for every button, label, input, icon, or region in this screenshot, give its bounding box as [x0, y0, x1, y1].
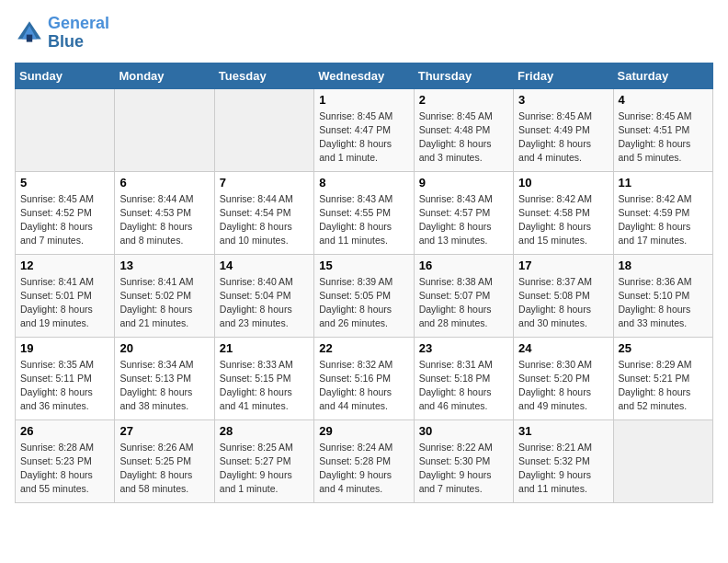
day-detail: Sunrise: 8:39 AM Sunset: 5:05 PM Dayligh… — [319, 275, 408, 331]
calendar-cell: 8Sunrise: 8:43 AM Sunset: 4:55 PM Daylig… — [314, 171, 414, 254]
day-number: 13 — [119, 259, 209, 272]
calendar-cell: 14Sunrise: 8:40 AM Sunset: 5:04 PM Dayli… — [214, 254, 313, 337]
calendar-cell: 26Sunrise: 8:28 AM Sunset: 5:23 PM Dayli… — [16, 419, 115, 502]
day-detail: Sunrise: 8:38 AM Sunset: 5:07 PM Dayligh… — [419, 275, 508, 331]
day-detail: Sunrise: 8:29 AM Sunset: 5:21 PM Dayligh… — [619, 358, 708, 414]
day-detail: Sunrise: 8:24 AM Sunset: 5:28 PM Dayligh… — [319, 441, 408, 497]
day-detail: Sunrise: 8:36 AM Sunset: 5:10 PM Dayligh… — [619, 275, 708, 331]
calendar-cell: 3Sunrise: 8:45 AM Sunset: 4:49 PM Daylig… — [514, 88, 613, 171]
weekday-header-friday: Friday — [514, 63, 613, 88]
day-number: 1 — [319, 93, 408, 107]
day-number: 10 — [518, 176, 608, 190]
day-number: 22 — [319, 341, 408, 355]
day-detail: Sunrise: 8:45 AM Sunset: 4:48 PM Dayligh… — [419, 109, 508, 166]
calendar-cell: 22Sunrise: 8:32 AM Sunset: 5:16 PM Dayli… — [314, 337, 414, 419]
weekday-header-tuesday: Tuesday — [214, 63, 313, 88]
calendar-cell: 19Sunrise: 8:35 AM Sunset: 5:11 PM Dayli… — [16, 337, 115, 419]
calendar-cell: 1Sunrise: 8:45 AM Sunset: 4:47 PM Daylig… — [314, 88, 414, 171]
svg-rect-2 — [27, 34, 32, 41]
weekday-header-sunday: Sunday — [16, 63, 115, 88]
day-number: 11 — [619, 176, 708, 190]
day-detail: Sunrise: 8:31 AM Sunset: 5:18 PM Dayligh… — [419, 358, 508, 414]
day-detail: Sunrise: 8:30 AM Sunset: 5:20 PM Dayligh… — [518, 358, 608, 414]
day-detail: Sunrise: 8:28 AM Sunset: 5:23 PM Dayligh… — [20, 441, 109, 497]
calendar-week-row: 5Sunrise: 8:45 AM Sunset: 4:52 PM Daylig… — [16, 171, 713, 254]
calendar-cell: 11Sunrise: 8:42 AM Sunset: 4:59 PM Dayli… — [613, 171, 712, 254]
calendar-week-row: 19Sunrise: 8:35 AM Sunset: 5:11 PM Dayli… — [16, 337, 713, 419]
day-detail: Sunrise: 8:35 AM Sunset: 5:11 PM Dayligh… — [20, 358, 109, 414]
calendar-cell: 16Sunrise: 8:38 AM Sunset: 5:07 PM Dayli… — [414, 254, 513, 337]
calendar-cell — [613, 419, 712, 502]
day-detail: Sunrise: 8:45 AM Sunset: 4:47 PM Dayligh… — [319, 109, 408, 166]
calendar-cell: 23Sunrise: 8:31 AM Sunset: 5:18 PM Dayli… — [414, 337, 513, 419]
logo-text-line2: Blue — [48, 33, 109, 52]
day-number: 2 — [419, 93, 508, 107]
day-detail: Sunrise: 8:43 AM Sunset: 4:57 PM Dayligh… — [419, 192, 508, 248]
calendar-cell: 21Sunrise: 8:33 AM Sunset: 5:15 PM Dayli… — [214, 337, 313, 419]
page-header: General Blue — [15, 15, 713, 52]
day-detail: Sunrise: 8:25 AM Sunset: 5:27 PM Dayligh… — [220, 441, 309, 497]
day-number: 5 — [20, 176, 109, 190]
day-number: 7 — [220, 176, 309, 190]
day-number: 6 — [119, 176, 209, 190]
day-number: 14 — [220, 259, 309, 272]
calendar-cell: 20Sunrise: 8:34 AM Sunset: 5:13 PM Dayli… — [115, 337, 214, 419]
calendar-cell: 2Sunrise: 8:45 AM Sunset: 4:48 PM Daylig… — [414, 88, 513, 171]
day-detail: Sunrise: 8:26 AM Sunset: 5:25 PM Dayligh… — [119, 441, 209, 497]
day-number: 27 — [119, 424, 209, 438]
day-number: 25 — [619, 341, 708, 355]
calendar-week-row: 12Sunrise: 8:41 AM Sunset: 5:01 PM Dayli… — [16, 254, 713, 337]
day-number: 4 — [619, 93, 708, 107]
day-number: 16 — [419, 259, 508, 272]
day-detail: Sunrise: 8:44 AM Sunset: 4:54 PM Dayligh… — [220, 192, 309, 248]
day-number: 3 — [518, 93, 608, 107]
calendar-cell: 28Sunrise: 8:25 AM Sunset: 5:27 PM Dayli… — [214, 419, 313, 502]
weekday-header-thursday: Thursday — [414, 63, 513, 88]
weekday-header-monday: Monday — [115, 63, 214, 88]
day-number: 15 — [319, 259, 408, 272]
calendar-cell: 15Sunrise: 8:39 AM Sunset: 5:05 PM Dayli… — [314, 254, 414, 337]
calendar-cell: 10Sunrise: 8:42 AM Sunset: 4:58 PM Dayli… — [514, 171, 613, 254]
day-number: 31 — [518, 424, 608, 438]
day-number: 23 — [419, 341, 508, 355]
calendar-cell: 7Sunrise: 8:44 AM Sunset: 4:54 PM Daylig… — [214, 171, 313, 254]
calendar-cell: 31Sunrise: 8:21 AM Sunset: 5:32 PM Dayli… — [514, 419, 613, 502]
day-number: 20 — [119, 341, 209, 355]
day-number: 24 — [518, 341, 608, 355]
day-number: 28 — [220, 424, 309, 438]
day-detail: Sunrise: 8:41 AM Sunset: 5:02 PM Dayligh… — [119, 275, 209, 331]
day-detail: Sunrise: 8:45 AM Sunset: 4:51 PM Dayligh… — [619, 109, 708, 166]
day-detail: Sunrise: 8:44 AM Sunset: 4:53 PM Dayligh… — [119, 192, 209, 248]
day-number: 26 — [20, 424, 109, 438]
calendar-cell: 9Sunrise: 8:43 AM Sunset: 4:57 PM Daylig… — [414, 171, 513, 254]
day-detail: Sunrise: 8:34 AM Sunset: 5:13 PM Dayligh… — [119, 358, 209, 414]
day-detail: Sunrise: 8:40 AM Sunset: 5:04 PM Dayligh… — [220, 275, 309, 331]
calendar-cell: 25Sunrise: 8:29 AM Sunset: 5:21 PM Dayli… — [613, 337, 712, 419]
calendar-cell: 6Sunrise: 8:44 AM Sunset: 4:53 PM Daylig… — [115, 171, 214, 254]
calendar-cell: 29Sunrise: 8:24 AM Sunset: 5:28 PM Dayli… — [314, 419, 414, 502]
day-number: 21 — [220, 341, 309, 355]
calendar-cell: 5Sunrise: 8:45 AM Sunset: 4:52 PM Daylig… — [16, 171, 115, 254]
day-detail: Sunrise: 8:45 AM Sunset: 4:52 PM Dayligh… — [20, 192, 109, 248]
calendar-cell: 13Sunrise: 8:41 AM Sunset: 5:02 PM Dayli… — [115, 254, 214, 337]
day-detail: Sunrise: 8:33 AM Sunset: 5:15 PM Dayligh… — [220, 358, 309, 414]
day-detail: Sunrise: 8:21 AM Sunset: 5:32 PM Dayligh… — [518, 441, 608, 497]
day-number: 19 — [20, 341, 109, 355]
calendar-cell — [115, 88, 214, 171]
calendar-cell: 30Sunrise: 8:22 AM Sunset: 5:30 PM Dayli… — [414, 419, 513, 502]
day-detail: Sunrise: 8:45 AM Sunset: 4:49 PM Dayligh… — [518, 109, 608, 166]
calendar-week-row: 1Sunrise: 8:45 AM Sunset: 4:47 PM Daylig… — [16, 88, 713, 171]
day-number: 8 — [319, 176, 408, 190]
weekday-header-wednesday: Wednesday — [314, 63, 414, 88]
calendar-cell: 24Sunrise: 8:30 AM Sunset: 5:20 PM Dayli… — [514, 337, 613, 419]
day-number: 17 — [518, 259, 608, 272]
weekday-header-saturday: Saturday — [613, 63, 712, 88]
logo: General Blue — [15, 15, 109, 52]
calendar-table: SundayMondayTuesdayWednesdayThursdayFrid… — [15, 63, 713, 503]
calendar-cell: 4Sunrise: 8:45 AM Sunset: 4:51 PM Daylig… — [613, 88, 712, 171]
calendar-cell: 27Sunrise: 8:26 AM Sunset: 5:25 PM Dayli… — [115, 419, 214, 502]
day-number: 12 — [20, 259, 109, 272]
day-number: 30 — [419, 424, 508, 438]
day-detail: Sunrise: 8:43 AM Sunset: 4:55 PM Dayligh… — [319, 192, 408, 248]
day-detail: Sunrise: 8:32 AM Sunset: 5:16 PM Dayligh… — [319, 358, 408, 414]
